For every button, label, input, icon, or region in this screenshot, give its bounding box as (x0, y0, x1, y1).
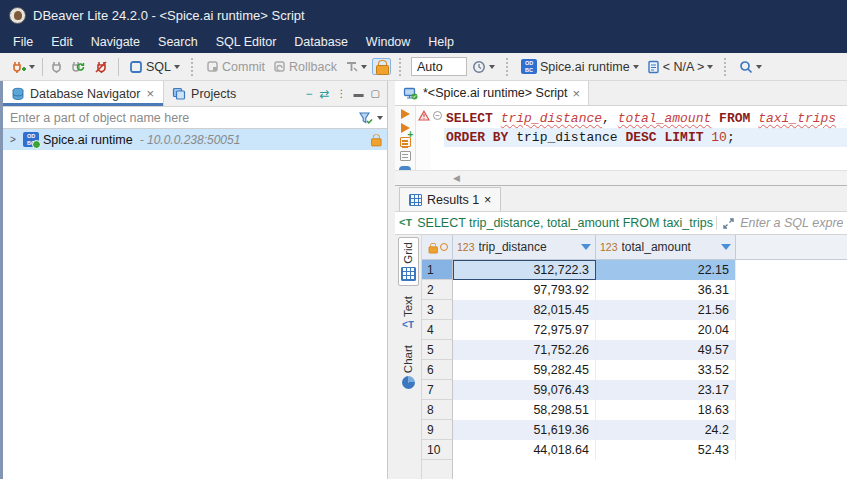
expand-panel-icon[interactable] (722, 217, 735, 230)
row-number[interactable]: 4 (422, 320, 453, 340)
active-schema-selector[interactable]: < N/A > (644, 58, 717, 76)
cell-total_amount[interactable]: 20.04 (596, 320, 736, 340)
menu-item-edit[interactable]: Edit (42, 33, 82, 51)
filter-funnel-icon[interactable] (358, 111, 373, 125)
view-tab-chart[interactable]: Chart (400, 341, 417, 393)
cell-total_amount[interactable]: 49.57 (596, 340, 736, 360)
code-line[interactable]: SELECT trip_distance, total_amount FROM … (444, 109, 847, 128)
chevron-down-icon[interactable] (377, 116, 383, 120)
minimize-view-icon[interactable]: ▬ (354, 88, 364, 99)
cell-total_amount[interactable]: 33.52 (596, 360, 736, 380)
execute-script-icon[interactable] (400, 137, 411, 147)
execute-script-new-tab-icon[interactable] (400, 151, 411, 161)
object-filter-input[interactable]: Enter a part of object name here (10, 111, 358, 125)
cell-total_amount[interactable]: 21.56 (596, 300, 736, 320)
reconnect-button[interactable] (68, 58, 89, 76)
row-number[interactable]: 8 (422, 400, 453, 420)
cell-trip_distance[interactable]: 72,975.97 (453, 320, 596, 340)
tab-projects[interactable]: Projects (164, 81, 244, 106)
panel-sash[interactable] (388, 81, 395, 479)
cell-total_amount[interactable]: 23.17 (596, 380, 736, 400)
rollback-button[interactable]: Rollback (270, 58, 340, 76)
chevron-down-icon (633, 65, 639, 69)
execute-new-tab-icon[interactable] (401, 123, 410, 133)
cell-total_amount[interactable]: 24.2 (596, 420, 736, 440)
transaction-log-button[interactable] (469, 58, 498, 76)
close-icon[interactable]: × (145, 86, 155, 101)
row-number[interactable]: 9 (422, 420, 453, 440)
cell-trip_distance[interactable]: 44,018.64 (453, 440, 596, 460)
fold-collapse-icon[interactable]: − (433, 111, 442, 120)
editor-horizontal-scrollbar[interactable]: ◀ (395, 170, 847, 185)
close-icon[interactable]: × (484, 193, 491, 207)
connection-lock-toggle[interactable] (372, 58, 391, 75)
row-number[interactable]: 7 (422, 380, 453, 400)
tab-database-navigator[interactable]: Database Navigator × (3, 81, 164, 106)
cell-trip_distance[interactable]: 312,722.3 (453, 260, 596, 280)
filter-expression-input[interactable]: Enter a SQL expression to (740, 216, 843, 230)
menu-item-file[interactable]: File (4, 33, 42, 51)
code-token: total_amount (618, 111, 712, 126)
cell-total_amount[interactable]: 22.15 (596, 260, 736, 280)
column-header-total_amount[interactable]: 123total_amount (596, 235, 736, 259)
menu-item-sql-editor[interactable]: SQL Editor (207, 33, 286, 51)
sql-editor-button[interactable]: SQL (126, 58, 183, 76)
grid-corner-cell[interactable] (422, 235, 453, 259)
menu-item-help[interactable]: Help (419, 33, 463, 51)
tab-results-1[interactable]: Results 1 × (399, 187, 501, 211)
row-number[interactable]: 5 (422, 340, 453, 360)
search-button[interactable] (736, 58, 765, 76)
cell-total_amount[interactable]: 52.43 (596, 440, 736, 460)
column-name: total_amount (622, 240, 717, 254)
link-with-editor-icon[interactable]: ⇄ (319, 87, 329, 101)
cell-trip_distance[interactable]: 58,298.51 (453, 400, 596, 420)
code-token (750, 111, 758, 126)
transaction-mode-button[interactable] (342, 58, 370, 75)
editor-toolbar-rail (395, 106, 416, 170)
new-connection-button[interactable] (8, 58, 38, 76)
tab-sql-script[interactable]: *<Spice.ai runtime> Script × (395, 81, 589, 105)
view-menu-icon[interactable]: ⋮ (337, 88, 347, 99)
column-header-trip_distance[interactable]: 123trip_distance (453, 235, 596, 259)
warning-icon[interactable] (418, 110, 430, 121)
cell-trip_distance[interactable]: 71,752.26 (453, 340, 596, 360)
row-filler (736, 300, 847, 320)
sort-dropdown-icon[interactable] (721, 244, 731, 250)
maximize-view-icon[interactable]: ▢ (371, 88, 380, 99)
cell-trip_distance[interactable]: 82,015.45 (453, 300, 596, 320)
row-number[interactable]: 2 (422, 280, 453, 300)
scroll-left-icon[interactable]: ◀ (453, 173, 460, 183)
active-connection-selector[interactable]: ODBC Spice.ai runtime (518, 57, 642, 76)
cell-trip_distance[interactable]: 59,282.45 (453, 360, 596, 380)
expand-chevron-icon[interactable]: > (7, 134, 19, 145)
menu-item-navigate[interactable]: Navigate (82, 33, 149, 51)
row-number[interactable]: 1 (422, 260, 453, 280)
cell-trip_distance[interactable]: 59,076.43 (453, 380, 596, 400)
execute-statement-icon[interactable] (401, 109, 410, 119)
menu-item-database[interactable]: Database (285, 33, 357, 51)
collapse-all-icon[interactable]: − (305, 87, 312, 101)
title-bar[interactable]: DBeaver Lite 24.2.0 - <Spice.ai runtime>… (0, 0, 847, 30)
chevron-down-icon (707, 65, 713, 69)
sort-dropdown-icon[interactable] (581, 244, 591, 250)
connection-tree-item[interactable]: > ODBC Spice.ai runtime - 10.0.0.238:500… (3, 129, 387, 150)
view-tab-grid[interactable]: Grid (398, 237, 419, 286)
cell-trip_distance[interactable]: 51,619.36 (453, 420, 596, 440)
sql-code-area[interactable]: SELECT trip_distance, total_amount FROM … (444, 106, 847, 170)
menu-item-window[interactable]: Window (357, 33, 419, 51)
row-number[interactable]: 6 (422, 360, 453, 380)
close-icon[interactable]: × (573, 86, 581, 101)
connect-button[interactable] (47, 58, 66, 76)
row-number[interactable]: 3 (422, 300, 453, 320)
cell-total_amount[interactable]: 18.63 (596, 400, 736, 420)
separator (506, 58, 510, 76)
commit-button[interactable]: Commit (203, 58, 268, 76)
code-line[interactable]: ORDER BY trip_distance DESC LIMIT 10; (444, 128, 847, 147)
view-tab-text[interactable]: Text <T (400, 292, 416, 335)
row-number[interactable]: 10 (422, 440, 453, 460)
commit-mode-combo[interactable]: Auto (411, 57, 467, 76)
disconnect-button[interactable] (91, 58, 111, 76)
cell-trip_distance[interactable]: 97,793.92 (453, 280, 596, 300)
cell-total_amount[interactable]: 36.31 (596, 280, 736, 300)
menu-item-search[interactable]: Search (149, 33, 207, 51)
